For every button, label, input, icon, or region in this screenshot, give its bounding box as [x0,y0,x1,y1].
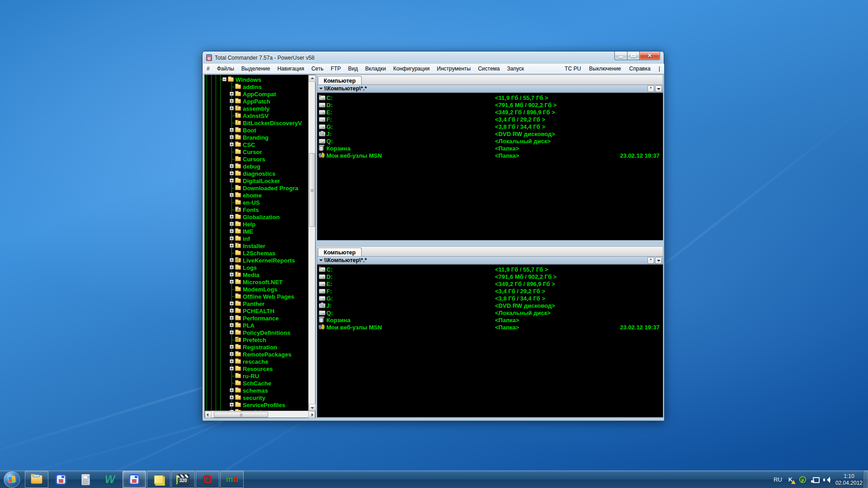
tree-item-schemas[interactable]: schemas [205,387,308,394]
tree-item-logs[interactable]: Logs [205,264,308,271]
expand-icon[interactable] [230,236,234,240]
tree-item-help[interactable]: Help [205,221,308,228]
desktop[interactable]: Total Commander 7.57a - PowerUser v58 ✕ … [0,0,868,488]
volume-tray-icon[interactable] [823,476,831,483]
tree-item-panther[interactable]: Panther [205,300,308,307]
tree-item-resources[interactable]: Resources [205,365,308,372]
path-bar-top[interactable]: \\Компьютер\*.* * [317,84,663,93]
file-row-c-[interactable]: C:<11,9 Гб / 55,7 Гб > [317,266,663,273]
tree-item-en-us[interactable]: en-US [205,199,308,206]
file-row-j-[interactable]: J:<DVD RW дисковод> [317,302,663,309]
utorrent-tray-icon[interactable]: µ [799,476,807,483]
tree-item-digitallocker[interactable]: DigitalLocker [205,177,308,184]
history-dropdown-icon[interactable] [319,259,323,263]
tab-strip-top[interactable]: Компьютер [317,75,663,84]
scroll-left-button[interactable] [205,411,212,418]
expand-icon[interactable] [230,142,234,146]
file-row-g-[interactable]: G:<3,8 Гб / 34,4 Гб > [317,123,663,130]
expand-icon[interactable] [230,244,234,248]
menu-item-вкладки[interactable]: Вкладки [362,64,390,74]
menu-item-навигация[interactable]: Навигация [274,64,307,74]
tree-item-addins[interactable]: addins [205,83,308,90]
close-button[interactable]: ✕ [640,52,660,60]
tree-item-globalization[interactable]: Globalization [205,213,308,221]
collapse-icon[interactable] [222,77,226,81]
tree-vscroll-thumb[interactable] [309,153,315,227]
antivirus-tray-icon[interactable]: K [787,476,794,483]
expand-icon[interactable] [230,135,234,139]
expand-icon[interactable] [230,330,234,334]
expand-icon[interactable] [230,280,234,284]
taskbar-button-calculator[interactable] [74,471,97,488]
expand-icon[interactable] [230,366,234,371]
file-row-d-[interactable]: D:<791,6 Мб / 902,2 Гб > [317,101,663,108]
tree-item-performance[interactable]: Performance [205,314,308,322]
directory-tree[interactable]: WindowsaddinsAppCompatAppPatch!assembly!… [205,75,308,411]
taskbar-button-sticky-notes[interactable] [147,471,170,488]
tree-item-bitlockerdiscoveryv[interactable]: !BitLockerDiscoveryV [205,119,308,127]
expand-icon[interactable] [230,128,234,132]
taskbar-button-w-app[interactable]: W [98,471,122,488]
menu-item-система[interactable]: Система [474,64,503,74]
tree-item-livekernelreports[interactable]: LiveKernelReports [205,257,308,264]
tab-computer[interactable]: Компьютер [318,248,362,257]
tree-item-ru-ru[interactable]: ru-RU [205,372,308,380]
tree-item-installer[interactable]: !Installer [205,242,308,249]
file-list-bottom[interactable]: C:<11,9 Гб / 55,7 Гб >D:<791,6 Мб / 902,… [317,264,663,418]
file-row-q-[interactable]: Q:<Локальный диск> [317,309,663,316]
scroll-up-button[interactable] [309,75,316,82]
file-row-e-[interactable]: E:<349,2 Гб / 896,9 Гб > [317,280,663,287]
expand-icon[interactable] [230,215,234,219]
title-bar[interactable]: Total Commander 7.57a - PowerUser v58 ✕ [203,52,664,64]
expand-icon[interactable] [230,106,234,110]
menu-item-конфигурация[interactable]: Конфигурация [390,64,434,74]
tree-item-fonts[interactable]: AFonts [205,206,308,213]
expand-icon[interactable] [230,222,234,226]
tree-item-l2schemas[interactable]: L2Schemas [205,249,308,257]
expand-icon[interactable] [230,164,234,168]
show-desktop-button[interactable] [863,470,868,488]
menu-item-выделение[interactable]: Выделение [238,64,274,74]
favorites-button[interactable]: * [647,257,654,264]
file-row-f-[interactable]: F:<3,4 Гб / 29,2 Гб > [317,116,663,123]
tree-item-remotepackages[interactable]: RemotePackages [205,351,308,358]
tree-item-downloaded-progra[interactable]: Downloaded Progra [205,184,308,192]
file-row-g-[interactable]: G:<3,8 Гб / 34,4 Гб > [317,295,663,302]
file-list-top[interactable]: C:<11,9 Гб / 55,7 Гб >D:<791,6 Мб / 902,… [317,93,663,240]
expand-icon[interactable] [230,171,234,175]
tree-item-branding[interactable]: Branding [205,134,308,141]
tree-item-modemlogs[interactable]: ModemLogs [205,286,308,293]
tree-item-policydefinitions[interactable]: PolicyDefinitions [205,329,308,336]
expand-icon[interactable] [230,193,234,197]
tab-computer[interactable]: Компьютер [318,76,362,85]
menu-item-файлы[interactable]: Файлы [213,64,238,74]
menu-item-инструменты[interactable]: Инструменты [433,64,474,74]
taskbar-button-media-player-classic[interactable]: 320 [171,471,195,488]
taskbar-button-total-commander-active[interactable] [123,471,146,488]
tab-strip-bottom[interactable]: Компьютер [317,246,663,256]
taskbar-button-opera[interactable]: O [196,471,219,488]
menu-item-выключение[interactable]: Выключение [585,64,625,74]
file-row-j-[interactable]: J:<DVD RW дисковод> [317,130,663,137]
language-indicator[interactable]: RU [774,476,782,483]
tree-vertical-scrollbar[interactable] [308,75,315,411]
expand-icon[interactable] [230,258,234,262]
menu-item-справка[interactable]: Справка [625,64,655,74]
expand-icon[interactable] [230,265,234,269]
expand-icon[interactable] [230,395,234,399]
expand-icon[interactable] [230,345,234,349]
tree-item-security[interactable]: security [205,394,308,401]
expand-icon[interactable] [230,301,234,305]
network-tray-icon[interactable] [811,476,819,483]
start-button[interactable] [4,471,20,488]
scroll-down-button[interactable] [309,404,316,411]
tree-item-windows[interactable]: Windows [205,76,308,83]
file-row-корзина[interactable]: Корзина<Папка> [317,145,663,152]
tree-item-ime[interactable]: IME [205,228,308,235]
tree-item-prefetch[interactable]: Prefetch [205,336,308,343]
expand-icon[interactable] [230,178,234,183]
tree-item-inf[interactable]: inf [205,235,308,242]
expand-icon[interactable] [230,359,234,363]
expand-icon[interactable] [230,403,234,407]
file-row-корзина[interactable]: Корзина<Папка> [317,316,663,324]
